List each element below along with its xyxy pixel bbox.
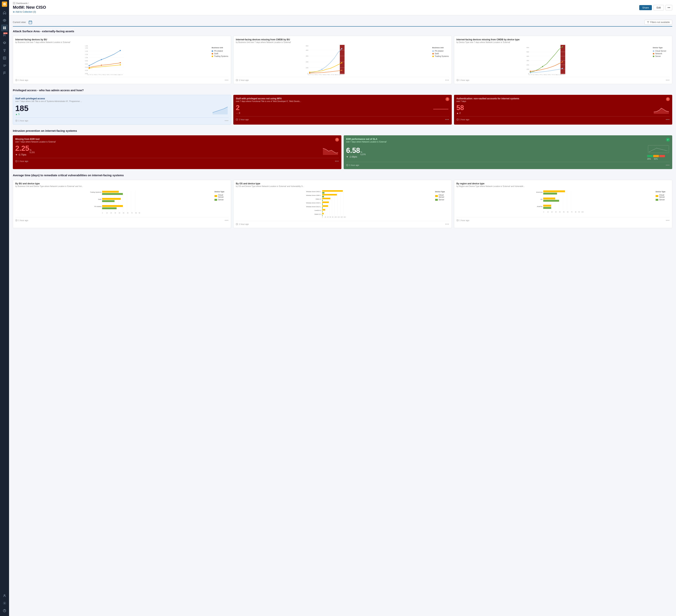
metric-card-vaulted-header: Authentication: non-vaulted accounts for…	[456, 97, 670, 102]
svg-text:30: 30	[114, 212, 116, 213]
svg-text:100: 100	[526, 68, 529, 70]
svg-text:Windows Server 2008 S...: Windows Server 2008 S...	[306, 195, 322, 196]
sidebar-item-layers[interactable]	[1, 40, 8, 46]
svg-text:400: 400	[306, 49, 308, 51]
card-menu-3[interactable]: •••	[666, 79, 670, 82]
metric-value-edr-sla: 6.58	[346, 146, 360, 155]
card-menu-2[interactable]: •••	[445, 79, 449, 82]
metric-edr-sla-header: EDR performance out of SLA over 7 days w…	[346, 138, 670, 143]
svg-text:40: 40	[119, 212, 120, 213]
chart-card-cmdb-device-title: Internet-facing devices missing from CMD…	[456, 38, 670, 41]
svg-rect-117	[648, 145, 669, 153]
edit-button[interactable]: Edit	[653, 5, 664, 10]
card-footer-2: 1 hour ago •••	[236, 77, 449, 82]
svg-rect-81	[560, 45, 565, 74]
sparkline-mfa	[432, 106, 449, 112]
app-logo[interactable]: P	[2, 1, 7, 7]
card-footer-vuln-os: 1 hour ago •••	[236, 221, 449, 226]
card-menu-vuln-region[interactable]: •••	[666, 219, 670, 222]
svg-text:60: 60	[330, 217, 331, 218]
alert-icon-edr-missing: !	[335, 138, 339, 141]
card-menu-edr-sla[interactable]: •••	[666, 164, 670, 167]
svg-text:100: 100	[581, 211, 583, 212]
svg-text:200: 200	[526, 64, 529, 66]
metric-title-mfa: Staff with privileged access not using M…	[236, 97, 445, 100]
svg-text:1.4k: 1.4k	[85, 50, 88, 52]
svg-rect-215	[543, 207, 551, 209]
svg-point-70	[341, 70, 342, 71]
sidebar-item-eye[interactable]	[1, 17, 8, 24]
sidebar-item-flag[interactable]	[1, 70, 8, 76]
svg-point-35	[101, 59, 102, 60]
card-menu-1[interactable]: •••	[225, 79, 229, 82]
legend-3: Device Type Cloud Server Network Server	[653, 45, 670, 75]
vulnerabilities-grid: By BU and device type by Business Unit a…	[13, 180, 672, 228]
vuln-bu-subtitle: by Business Unit and Device Type where N…	[15, 185, 229, 187]
metric-card-edr-missing: Missing from EDR tool over 7 days where …	[13, 135, 341, 169]
svg-point-39	[120, 62, 121, 63]
svg-text:Jan 26: Jan 26	[532, 74, 537, 75]
legend-vuln-os: Device Type Cloud Server Server	[435, 189, 449, 219]
svg-text:0: 0	[322, 217, 323, 218]
svg-text:120: 120	[337, 217, 340, 218]
card-menu-vuln-os[interactable]: •••	[445, 223, 449, 226]
sidebar-item-help[interactable]	[1, 607, 8, 614]
svg-point-14	[4, 611, 5, 612]
metric-delta-privileged: ▲5	[15, 113, 29, 116]
sidebar-item-home[interactable]	[1, 9, 8, 16]
svg-text:70: 70	[571, 211, 572, 212]
sidebar-item-dashboard[interactable]	[1, 24, 8, 31]
svg-rect-174	[322, 192, 325, 194]
sidebar-item-beta[interactable]: BETA	[1, 32, 8, 39]
card-menu-mfa[interactable]: •••	[445, 118, 449, 121]
metric-delta-edr-sla: ▼ -2.68pts	[346, 156, 366, 158]
svg-rect-146	[102, 207, 117, 209]
svg-rect-184	[322, 211, 323, 212]
svg-text:Tue 28: Tue 28	[320, 74, 324, 75]
svg-text:Tue 28: Tue 28	[100, 74, 104, 75]
metric-value-privileged: 185	[15, 104, 29, 113]
sparkline-vaulted	[653, 105, 670, 114]
svg-text:1.6k: 1.6k	[85, 47, 88, 49]
metric-card-mfa: Staff with privileged access not using M…	[233, 95, 452, 125]
svg-text:1.0k: 1.0k	[85, 57, 88, 58]
filter-button[interactable]: Filters not available	[644, 20, 672, 25]
svg-text:Thu 30: Thu 30	[549, 74, 553, 75]
svg-rect-3	[3, 26, 4, 28]
page-title: MotM: New CISO	[13, 5, 46, 10]
svg-text:Wed 29: Wed 29	[104, 74, 108, 75]
svg-point-66	[341, 48, 342, 49]
chart-area-2: 0 100 200 300 400 500	[236, 45, 449, 75]
card-menu-vuln-bu[interactable]: •••	[225, 219, 229, 222]
current-view-bar: Current view: Filters not available	[13, 18, 672, 26]
sidebar-item-user[interactable]	[1, 592, 8, 599]
share-button[interactable]: Share	[639, 5, 652, 10]
svg-rect-183	[322, 209, 325, 210]
metric-card-privileged: Staff with privileged access over 7 days…	[13, 95, 231, 125]
card-menu-vaulted[interactable]: •••	[666, 118, 670, 121]
svg-rect-182	[322, 207, 323, 209]
svg-rect-141	[102, 191, 119, 193]
card-menu-priv[interactable]: •••	[225, 119, 229, 122]
more-actions-button[interactable]: •••	[665, 5, 672, 10]
card-footer-privileged: 1 hour ago •••	[15, 117, 229, 122]
metric-body-vaulted: 58 ▲2	[456, 104, 670, 114]
svg-rect-176	[322, 196, 324, 197]
add-collection-button[interactable]: ⊕ Add to Collection (0)	[13, 10, 46, 13]
svg-text:90: 90	[578, 211, 580, 212]
svg-text:Windows Server 2016 S...: Windows Server 2016 S...	[306, 202, 322, 203]
sidebar-item-checklist[interactable]	[1, 62, 8, 69]
chart-card-bu: Internet-facing devices by BU by Busines…	[13, 36, 231, 84]
privileged-access-grid: Staff with privileged access over 7 days…	[13, 95, 672, 125]
card-menu-edr-missing[interactable]: •••	[335, 160, 339, 163]
svg-point-11	[4, 595, 5, 596]
svg-text:Feb 02: Feb 02	[560, 74, 564, 75]
attack-surface-grid: Internet-facing devices by BU by Busines…	[13, 36, 672, 84]
vuln-os-chart-area: Windows Server 2003 S... Windows Server …	[236, 189, 449, 219]
sidebar-item-settings[interactable]	[1, 600, 8, 607]
sidebar-item-trophy[interactable]	[1, 47, 8, 54]
svg-text:300: 300	[526, 60, 529, 61]
svg-rect-211	[543, 193, 557, 194]
sidebar-item-table[interactable]	[1, 55, 8, 61]
svg-text:Jan 26: Jan 26	[312, 74, 316, 75]
